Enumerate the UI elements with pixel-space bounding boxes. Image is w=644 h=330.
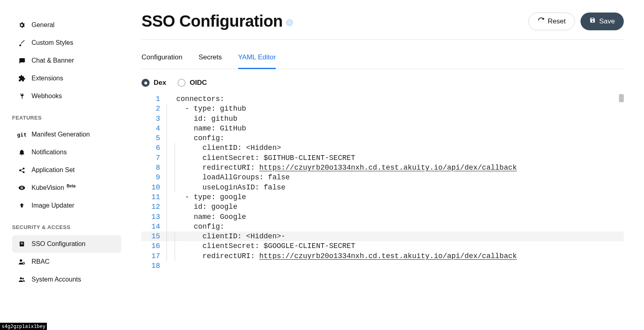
editor-line[interactable]: 8 redirectURI: https://czuyrb20o1334nxh.… bbox=[141, 163, 624, 172]
reset-button[interactable]: Reset bbox=[528, 13, 575, 30]
editor-line[interactable]: 17 redirectURI: https://czuyrb20o1334nxh… bbox=[141, 251, 624, 261]
indent-guides bbox=[166, 251, 176, 261]
editor-line[interactable]: 15 clientID: <Hidden>- bbox=[141, 231, 624, 241]
chat-icon bbox=[18, 57, 26, 65]
sidebar-item-label: Chat & Banner bbox=[32, 57, 74, 64]
svg-point-6 bbox=[22, 278, 24, 280]
line-number: 10 bbox=[141, 183, 166, 192]
line-number: 3 bbox=[141, 114, 166, 124]
sidebar-item-sso-configuration[interactable]: SSO Configuration bbox=[12, 235, 121, 253]
tab-yaml-editor[interactable]: YAML Editor bbox=[238, 51, 276, 69]
sidebar-item-notifications[interactable]: Notifications bbox=[12, 143, 121, 161]
editor-line[interactable]: 18 bbox=[141, 261, 624, 271]
indent-guides bbox=[166, 163, 176, 172]
line-number: 6 bbox=[141, 143, 166, 153]
url-text[interactable]: https://czuyrb20o1334nxh.cd.test.akuity.… bbox=[259, 252, 517, 260]
scrollbar-handle[interactable] bbox=[619, 94, 624, 102]
sidebar-item-label: KubeVision bbox=[32, 185, 64, 191]
line-number: 16 bbox=[141, 241, 166, 251]
editor-line[interactable]: 12 id: google bbox=[141, 202, 624, 212]
radio-oidc[interactable]: OIDC bbox=[177, 79, 207, 87]
editor-line[interactable]: 9 loadAllGroups: false bbox=[141, 172, 624, 182]
beta-badge: Beta bbox=[67, 184, 76, 188]
sidebar-item-webhooks[interactable]: Webhooks bbox=[12, 87, 121, 105]
code-content: redirectURI: https://czuyrb20o1334nxh.cd… bbox=[176, 163, 517, 172]
sidebar-item-application-set[interactable]: Application Set bbox=[12, 161, 121, 179]
code-content: - type: github bbox=[176, 104, 246, 114]
sidebar-item-custom-styles[interactable]: Custom Styles bbox=[12, 34, 121, 52]
user-gear-icon bbox=[18, 258, 26, 266]
indent-guides bbox=[166, 124, 176, 133]
editor-line[interactable]: 16 clientSecret: $GOOGLE-CLIENT-SECRET bbox=[141, 241, 624, 251]
editor-line[interactable]: 6 clientID: <Hidden> bbox=[141, 143, 624, 153]
line-number: 7 bbox=[141, 153, 166, 163]
code-content: connectors: bbox=[176, 94, 224, 104]
editor-line[interactable]: 11 - type: google bbox=[141, 192, 624, 202]
sidebar-item-extensions[interactable]: Extensions bbox=[12, 69, 121, 87]
indent-guides bbox=[166, 261, 176, 271]
sidebar-item-chat-banner[interactable]: Chat & Banner bbox=[12, 52, 121, 69]
sidebar-item-label: Custom Styles bbox=[32, 39, 73, 46]
editor-line[interactable]: 13 name: Google bbox=[141, 212, 624, 222]
sidebar-item-label: Webhooks bbox=[32, 92, 62, 100]
git-icon: git bbox=[18, 130, 26, 139]
indent-guides bbox=[166, 183, 176, 192]
sidebar-item-kubevision[interactable]: KubeVision Beta bbox=[12, 179, 121, 197]
sidebar-item-system-accounts[interactable]: System Accounts bbox=[12, 271, 121, 288]
radio-dex[interactable]: Dex bbox=[141, 79, 166, 87]
share-icon bbox=[18, 166, 26, 174]
code-content: id: github bbox=[176, 114, 237, 124]
sidebar-item-manifest-generation[interactable]: git Manifest Generation bbox=[12, 126, 121, 143]
line-number: 4 bbox=[141, 124, 166, 133]
line-number: 5 bbox=[141, 133, 166, 143]
code-content: clientSecret: $GITHUB-CLIENT-SECRET bbox=[176, 153, 355, 163]
sidebar-item-rbac[interactable]: RBAC bbox=[12, 253, 121, 271]
indent-guides bbox=[166, 212, 176, 222]
radio-icon bbox=[141, 79, 150, 87]
bell-icon bbox=[18, 148, 26, 156]
sidebar-item-image-updater[interactable]: Image Updater bbox=[12, 197, 121, 214]
line-number: 14 bbox=[141, 222, 166, 231]
reset-label: Reset bbox=[548, 17, 566, 25]
yaml-editor[interactable]: 1connectors:2 - type: github3 id: github… bbox=[141, 94, 624, 271]
code-content: clientID: <Hidden> bbox=[176, 143, 281, 153]
code-content: config: bbox=[176, 222, 224, 231]
editor-line[interactable]: 2 - type: github bbox=[141, 104, 624, 114]
sidebar-section-security: SECURITY & ACCESS bbox=[12, 224, 121, 230]
editor-line[interactable]: 10 useLoginAsID: false bbox=[141, 183, 624, 192]
editor-line[interactable]: 14 config: bbox=[141, 222, 624, 231]
code-content: config: bbox=[176, 133, 224, 143]
code-content: - type: google bbox=[176, 192, 246, 202]
tab-secrets[interactable]: Secrets bbox=[198, 51, 222, 69]
gear-icon bbox=[18, 21, 26, 29]
page-header: SSO Configuration i Reset Save bbox=[141, 12, 624, 40]
code-content: name: Google bbox=[176, 212, 246, 222]
editor-line[interactable]: 1connectors: bbox=[141, 94, 624, 104]
code-content: name: GitHub bbox=[176, 124, 246, 133]
url-text[interactable]: https://czuyrb20o1334nxh.cd.test.akuity.… bbox=[259, 164, 517, 172]
indent-guides bbox=[166, 133, 176, 143]
sidebar-item-label: Manifest Generation bbox=[32, 131, 90, 138]
sidebar: General Custom Styles Chat & Banner Exte… bbox=[0, 0, 129, 330]
brush-icon bbox=[18, 39, 26, 47]
save-button[interactable]: Save bbox=[581, 13, 624, 30]
code-content: clientSecret: $GOOGLE-CLIENT-SECRET bbox=[176, 241, 355, 251]
sidebar-item-label: Application Set bbox=[32, 166, 75, 174]
editor-line[interactable]: 4 name: GitHub bbox=[141, 124, 624, 133]
indent-guides bbox=[166, 104, 176, 114]
sidebar-item-label: System Accounts bbox=[32, 276, 81, 283]
tabs: Configuration Secrets YAML Editor bbox=[141, 51, 624, 69]
sidebar-item-label: General bbox=[32, 21, 55, 29]
editor-line[interactable]: 3 id: github bbox=[141, 114, 624, 124]
svg-point-3 bbox=[20, 259, 22, 262]
editor-line[interactable]: 5 config: bbox=[141, 133, 624, 143]
indent-guides bbox=[166, 94, 176, 104]
radio-label: Dex bbox=[154, 79, 166, 87]
line-number: 9 bbox=[141, 172, 166, 182]
code-content: id: google bbox=[176, 202, 237, 212]
tab-configuration[interactable]: Configuration bbox=[141, 51, 182, 69]
editor-line[interactable]: 7 clientSecret: $GITHUB-CLIENT-SECRET bbox=[141, 153, 624, 163]
info-icon[interactable]: i bbox=[286, 19, 293, 26]
sidebar-item-general[interactable]: General bbox=[12, 16, 121, 34]
indent-guides bbox=[166, 153, 176, 163]
